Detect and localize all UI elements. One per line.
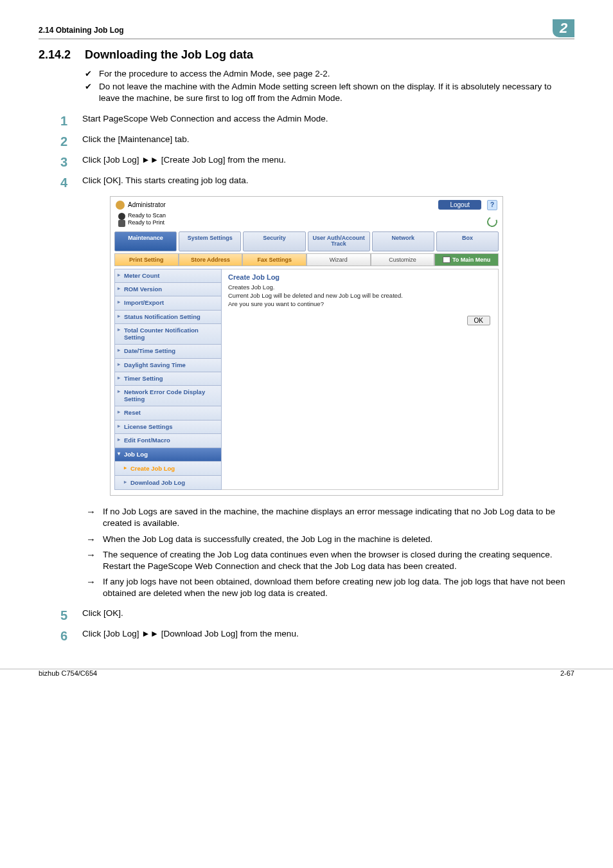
sidebar-item-daylight-saving[interactable]: Daylight Saving Time (114, 359, 222, 372)
step-text: Click the [Maintenance] tab. (82, 134, 190, 144)
refresh-icon[interactable] (486, 215, 499, 228)
panel-text: Current Job Log will be deleted and new … (228, 292, 492, 299)
help-icon[interactable]: ? (487, 200, 497, 210)
sidebar-item-rom-version[interactable]: ROM Version (114, 283, 222, 296)
panel-title: Create Job Log (228, 273, 492, 281)
status-text: Ready to Scan (128, 213, 166, 219)
tab-user-auth[interactable]: User Auth/Account Track (308, 231, 370, 251)
step-text: Click [Job Log] ►► [Download Job Log] fr… (82, 629, 299, 638)
sidebar-item-license-settings[interactable]: License Settings (114, 420, 222, 434)
tab-maintenance[interactable]: Maintenance (114, 231, 177, 251)
step-number: 5 (60, 608, 82, 622)
subtab-print-setting[interactable]: Print Setting (114, 253, 179, 266)
check-item: For the procedure to access the Admin Mo… (85, 68, 574, 80)
printer-icon (118, 220, 125, 227)
ok-button[interactable]: OK (467, 316, 490, 325)
subtab-wizard[interactable]: Wizard (306, 253, 371, 266)
note-item: If any job logs have not been obtained, … (85, 576, 574, 599)
step-text: Click [OK]. (82, 608, 123, 618)
sidebar-item-import-export[interactable]: Import/Export (114, 296, 222, 310)
sidebar-item-total-counter[interactable]: Total Counter Notification Setting (114, 324, 222, 345)
panel-text: Creates Job Log. (228, 284, 492, 291)
note-item: When the Job Log data is successfully cr… (85, 534, 574, 545)
step-text: Start PageScope Web Connection and acces… (82, 114, 328, 123)
step-text: Click [Job Log] ►► [Create Job Log] from… (82, 155, 286, 165)
tab-box[interactable]: Box (436, 231, 499, 251)
section-number: 2.14.2 (39, 48, 85, 62)
breadcrumb: 2.14 Obtaining Job Log (39, 26, 124, 35)
to-main-menu-button[interactable]: To Main Menu (434, 253, 499, 266)
step-number: 1 (60, 114, 82, 128)
subtab-fax-settings[interactable]: Fax Settings (242, 253, 306, 266)
subtab-store-address[interactable]: Store Address (179, 253, 243, 266)
section-heading: Downloading the Job Log data (85, 48, 253, 61)
step-number: 2 (60, 134, 82, 149)
status-text: Ready to Print (128, 220, 164, 226)
note-item: The sequence of creating the Job Log dat… (85, 549, 574, 572)
section-title: 2.14.2Downloading the Job Log data (39, 48, 574, 62)
panel-text: Are you sure you want to continue? (228, 300, 492, 307)
step-number: 6 (60, 629, 82, 643)
sidebar-sub-download-job-log[interactable]: Download Job Log (114, 476, 222, 490)
footer-page: 2-67 (560, 669, 574, 677)
tab-security[interactable]: Security (243, 231, 305, 251)
step-number: 3 (60, 155, 82, 169)
display-icon (443, 257, 450, 263)
sidebar-sub-create-job-log[interactable]: Create Job Log (114, 462, 222, 476)
sidebar-item-date-time[interactable]: Date/Time Setting (114, 345, 222, 358)
sidebar-item-meter-count[interactable]: Meter Count (114, 269, 222, 283)
step-number: 4 (60, 176, 82, 190)
chapter-badge: 2 (553, 19, 574, 37)
check-item: Do not leave the machine with the Admin … (85, 81, 574, 104)
sidebar-item-status-notification[interactable]: Status Notification Setting (114, 311, 222, 324)
admin-icon (116, 201, 125, 210)
logout-button[interactable]: Logout (438, 200, 481, 210)
sidebar-item-reset[interactable]: Reset (114, 406, 222, 420)
embedded-screenshot: Administrator Logout ? Ready to Scan Rea… (110, 196, 503, 496)
step-text: Click [OK]. This starts creating job log… (82, 176, 249, 185)
tab-system-settings[interactable]: System Settings (179, 231, 241, 251)
subtab-customize[interactable]: Customize (371, 253, 435, 266)
admin-label: Administrator (128, 201, 166, 208)
footer-model: bizhub C754/C654 (39, 669, 97, 677)
scanner-icon (118, 213, 125, 220)
sidebar-item-timer-setting[interactable]: Timer Setting (114, 372, 222, 386)
note-item: If no Job Logs are saved in the machine,… (85, 506, 574, 529)
sidebar-item-edit-font-macro[interactable]: Edit Font/Macro (114, 434, 222, 448)
sidebar-item-job-log[interactable]: Job Log (114, 448, 222, 462)
sidebar-item-network-error-code[interactable]: Network Error Code Display Setting (114, 386, 222, 406)
tab-network[interactable]: Network (372, 231, 434, 251)
